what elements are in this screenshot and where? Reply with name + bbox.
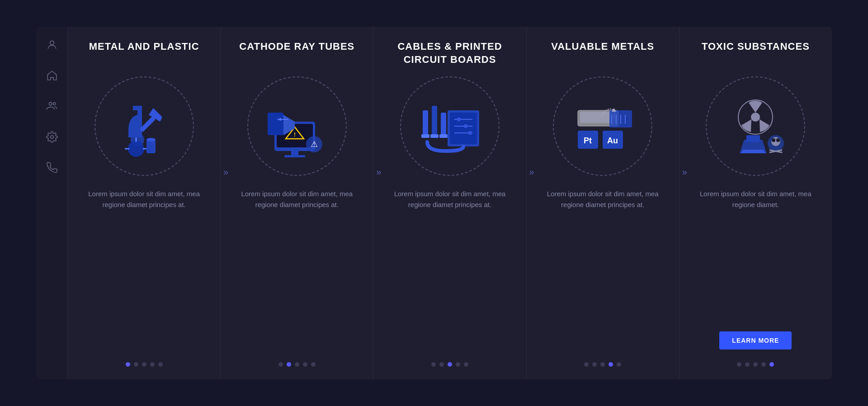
svg-rect-34 bbox=[439, 134, 448, 138]
dot-5[interactable] bbox=[311, 362, 316, 367]
svg-rect-16 bbox=[284, 155, 305, 157]
dot-3[interactable] bbox=[600, 362, 605, 367]
svg-rect-33 bbox=[430, 134, 439, 138]
arrow-connector-3: » bbox=[529, 167, 534, 177]
card-dots-toxic-substances bbox=[737, 362, 774, 367]
dot-3[interactable] bbox=[142, 362, 146, 367]
svg-rect-22 bbox=[450, 113, 477, 144]
dot-3[interactable] bbox=[295, 362, 299, 367]
card-title-cathode-ray: CATHODE RAY TUBES bbox=[239, 40, 354, 67]
svg-point-26 bbox=[457, 118, 461, 121]
dot-4[interactable] bbox=[609, 362, 613, 367]
card-illustration-metal-plastic bbox=[94, 76, 194, 176]
dot-2[interactable] bbox=[287, 362, 291, 367]
svg-rect-29 bbox=[423, 110, 428, 135]
dot-2[interactable] bbox=[134, 362, 138, 367]
card-valuable-metals: VALUABLE METALS Pt Au bbox=[527, 27, 679, 379]
valuable-metals-svg: Pt Au bbox=[562, 85, 643, 167]
card-dots-cathode-ray bbox=[278, 362, 316, 367]
svg-text:!: ! bbox=[294, 132, 296, 138]
dot-5[interactable] bbox=[769, 362, 774, 367]
svg-point-11 bbox=[146, 138, 156, 142]
card-description-cables-pcb: Lorem ipsum dolor sit dim amet, mea regi… bbox=[384, 189, 515, 355]
cables-pcb-svg bbox=[409, 85, 491, 167]
outer-background: METAL AND PLASTIC bbox=[0, 0, 868, 406]
svg-point-52 bbox=[772, 138, 775, 142]
home-icon[interactable] bbox=[45, 68, 59, 83]
dot-4[interactable] bbox=[303, 362, 307, 367]
dot-2[interactable] bbox=[745, 362, 750, 367]
svg-rect-15 bbox=[291, 151, 298, 156]
arrow-connector-4: » bbox=[682, 167, 687, 177]
svg-text:Au: Au bbox=[607, 136, 618, 145]
arrow-connector-1: » bbox=[223, 167, 228, 177]
dot-3[interactable] bbox=[753, 362, 758, 367]
user-icon[interactable] bbox=[45, 38, 59, 52]
card-illustration-cables-pcb bbox=[400, 76, 500, 176]
dot-5[interactable] bbox=[464, 362, 468, 367]
card-title-toxic-substances: TOXIC SUBSTANCES bbox=[702, 40, 810, 67]
dot-3[interactable] bbox=[448, 362, 452, 367]
card-title-valuable-metals: VALUABLE METALS bbox=[551, 40, 654, 67]
card-title-cables-pcb: CABLES & PRINTED CIRCUIT BOARDS bbox=[384, 40, 515, 67]
arrow-connector-2: » bbox=[376, 167, 381, 177]
svg-point-1 bbox=[49, 102, 52, 105]
svg-rect-5 bbox=[139, 116, 155, 132]
card-cables-pcb: CABLES & PRINTED CIRCUIT BOARDS bbox=[373, 27, 526, 379]
svg-rect-31 bbox=[441, 113, 446, 135]
svg-point-3 bbox=[50, 136, 53, 139]
dot-1[interactable] bbox=[126, 362, 130, 367]
svg-point-53 bbox=[776, 138, 780, 142]
dot-4[interactable] bbox=[150, 362, 155, 367]
card-description-cathode-ray: Lorem ipsum dolor sit dim amet, mea regi… bbox=[231, 189, 362, 355]
dot-2[interactable] bbox=[592, 362, 597, 367]
card-description-metal-plastic: Lorem ipsum dolor sit dim amet, mea regi… bbox=[79, 189, 209, 355]
phone-icon[interactable] bbox=[45, 161, 59, 175]
dot-1[interactable] bbox=[278, 362, 283, 367]
dot-4[interactable] bbox=[761, 362, 766, 367]
dot-4[interactable] bbox=[456, 362, 460, 367]
svg-point-0 bbox=[50, 41, 54, 45]
svg-point-48 bbox=[751, 113, 760, 122]
svg-point-28 bbox=[468, 131, 472, 135]
svg-text:Pt: Pt bbox=[584, 136, 592, 145]
dot-5[interactable] bbox=[617, 362, 621, 367]
cathode-ray-svg: ! ⚠ bbox=[256, 85, 338, 167]
svg-point-27 bbox=[464, 124, 467, 128]
card-dots-metal-plastic bbox=[126, 362, 163, 367]
svg-point-6 bbox=[128, 141, 144, 157]
card-title-metal-plastic: METAL AND PLASTIC bbox=[89, 40, 199, 67]
card-description-toxic-substances: Lorem ipsum dolor sit dim amet, mea regi… bbox=[690, 189, 821, 331]
svg-rect-30 bbox=[432, 106, 437, 135]
dot-2[interactable] bbox=[439, 362, 444, 367]
card-illustration-toxic-substances bbox=[706, 76, 805, 176]
card-description-valuable-metals: Lorem ipsum dolor sit dim amet, mea regi… bbox=[538, 189, 668, 355]
people-icon[interactable] bbox=[45, 99, 59, 113]
svg-rect-10 bbox=[146, 140, 156, 153]
card-toxic-substances: TOXIC SUBSTANCES bbox=[679, 27, 832, 379]
svg-text:⚠: ⚠ bbox=[311, 140, 318, 149]
svg-rect-17 bbox=[268, 113, 283, 135]
svg-rect-49 bbox=[746, 135, 760, 142]
svg-rect-32 bbox=[421, 134, 429, 138]
card-dots-valuable-metals bbox=[584, 362, 621, 367]
card-illustration-valuable-metals: Pt Au bbox=[553, 76, 652, 176]
dot-5[interactable] bbox=[158, 362, 163, 367]
card-cathode-ray: CATHODE RAY TUBES ! bbox=[221, 27, 373, 379]
cards-container: METAL AND PLASTIC bbox=[68, 27, 832, 379]
dot-1[interactable] bbox=[431, 362, 436, 367]
card-metal-plastic: METAL AND PLASTIC bbox=[68, 27, 221, 379]
svg-point-2 bbox=[53, 103, 55, 105]
card-illustration-cathode-ray: ! ⚠ bbox=[247, 76, 347, 176]
main-container: METAL AND PLASTIC bbox=[36, 27, 832, 379]
toxic-substances-svg bbox=[715, 85, 796, 167]
dot-1[interactable] bbox=[737, 362, 741, 367]
metal-plastic-svg bbox=[104, 85, 185, 167]
card-dots-cables-pcb bbox=[431, 362, 468, 367]
dot-1[interactable] bbox=[584, 362, 589, 367]
learn-more-button[interactable]: LEARN MORE bbox=[719, 331, 792, 349]
settings-icon[interactable] bbox=[45, 130, 59, 144]
sidebar bbox=[36, 27, 68, 379]
